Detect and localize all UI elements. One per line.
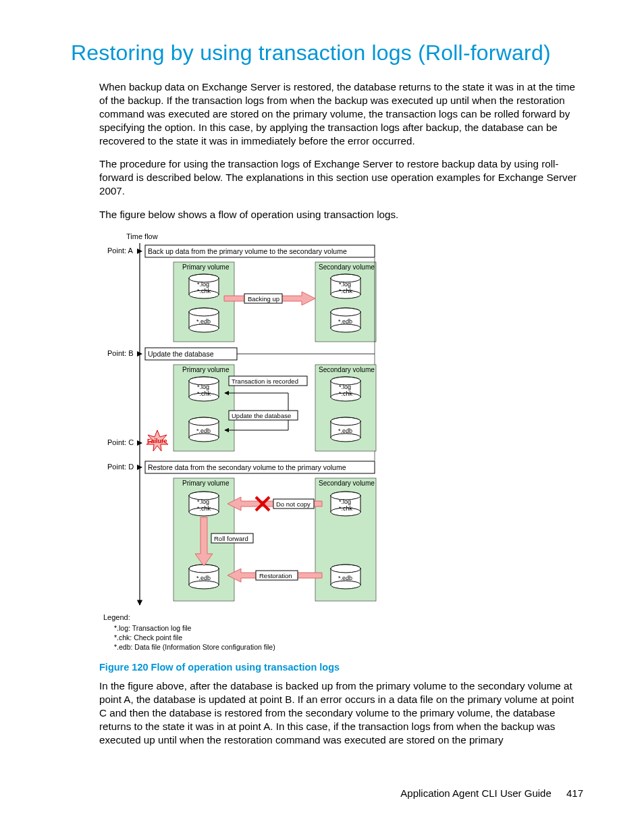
- legend-3: *.edb: Data file (Information Store conf…: [114, 643, 275, 651]
- paragraph-4: In the figure above, after the database …: [99, 679, 584, 747]
- svg-text:*.chk: *.chk: [197, 505, 211, 512]
- legend-heading: Legend:: [103, 613, 130, 621]
- svg-text:*.edb: *.edb: [338, 318, 352, 325]
- svg-text:Secondary volume: Secondary volume: [319, 366, 375, 373]
- svg-text:*.edb: *.edb: [338, 575, 352, 581]
- point-c-label: Point: C: [107, 438, 134, 446]
- svg-text:*.chk: *.chk: [339, 288, 353, 294]
- svg-text:*.log: *.log: [339, 498, 351, 505]
- svg-point-49: [189, 434, 219, 442]
- svg-text:*.log: *.log: [197, 498, 209, 505]
- svg-text:Update the database: Update the database: [232, 412, 291, 419]
- svg-text:*.chk: *.chk: [339, 390, 353, 397]
- paragraph-2: The procedure for using the transaction …: [99, 157, 584, 198]
- svg-text:Secondary volume: Secondary volume: [319, 479, 375, 487]
- para1-part-b: option. In this case, by applying the tr…: [99, 122, 558, 147]
- svg-point-17: [189, 308, 219, 316]
- svg-point-62: [331, 434, 360, 442]
- page-footer: Application Agent CLI User Guide 417: [400, 787, 583, 799]
- svg-text:*.edb: *.edb: [196, 318, 211, 325]
- paragraph-1: When backup data on Exchange Server is r…: [99, 80, 584, 148]
- svg-point-29: [331, 324, 360, 332]
- time-flow-label: Time flow: [126, 232, 158, 240]
- step-b-text: Update the database: [148, 350, 214, 358]
- point-b-label: Point: B: [107, 349, 134, 357]
- svg-point-50: [189, 417, 219, 425]
- svg-text:*.edb: *.edb: [338, 427, 352, 434]
- svg-text:*.edb: *.edb: [196, 575, 211, 581]
- figure-caption: Figure 120 Flow of operation using trans…: [99, 662, 584, 673]
- svg-point-30: [331, 308, 360, 316]
- svg-text:*.log: *.log: [339, 384, 351, 390]
- svg-text:*.log: *.log: [197, 281, 209, 288]
- svg-text:*.chk: *.chk: [197, 390, 211, 397]
- section-b: Primary volume *.log *.chk *.edb: [146, 365, 376, 451]
- svg-point-85: [189, 581, 219, 589]
- footer-page-number: 417: [566, 787, 583, 799]
- section-d: Primary volume *.log *.chk *.edb: [173, 478, 376, 601]
- svg-text:Restoration: Restoration: [259, 572, 292, 579]
- svg-text:Primary volume: Primary volume: [182, 479, 230, 487]
- svg-text:Secondary volume: Secondary volume: [319, 263, 375, 271]
- step-a-text: Back up data from the primary volume to …: [148, 247, 347, 255]
- svg-text:Backing up: Backing up: [248, 295, 279, 303]
- svg-text:Failure: Failure: [147, 438, 167, 444]
- point-a-label: Point: A: [107, 246, 134, 255]
- svg-text:Transaction is recorded: Transaction is recorded: [232, 377, 298, 385]
- legend-1: *.log: Transaction log file: [114, 624, 192, 632]
- svg-point-63: [331, 417, 360, 425]
- svg-text:Primary volume: Primary volume: [182, 263, 230, 271]
- footer-text: Application Agent CLI User Guide: [400, 787, 551, 799]
- svg-text:Roll forward: Roll forward: [214, 535, 248, 542]
- svg-text:*.log: *.log: [339, 281, 351, 288]
- figure-120: Time flow Point: A Point: B Point: C Poi…: [99, 231, 584, 655]
- page-heading: Restoring by using transaction logs (Rol…: [71, 41, 584, 66]
- svg-point-99: [331, 565, 360, 573]
- point-d-label: Point: D: [107, 463, 134, 471]
- svg-point-98: [331, 581, 360, 589]
- section-a: Primary volume *.log *.chk *.edb: [173, 262, 376, 342]
- svg-text:*.log: *.log: [197, 384, 209, 390]
- svg-text:Primary volume: Primary volume: [182, 366, 230, 373]
- legend-2: *.chk: Check point file: [114, 633, 182, 642]
- svg-text:*.edb: *.edb: [196, 427, 211, 434]
- svg-text:*.chk: *.chk: [339, 505, 353, 512]
- step-d-text: Restore data from the secondary volume t…: [148, 463, 346, 471]
- svg-point-16: [189, 324, 219, 332]
- svg-text:Do not copy: Do not copy: [276, 500, 311, 508]
- svg-text:*.chk: *.chk: [197, 288, 211, 294]
- paragraph-3: The figure below shows a flow of operati…: [99, 208, 584, 221]
